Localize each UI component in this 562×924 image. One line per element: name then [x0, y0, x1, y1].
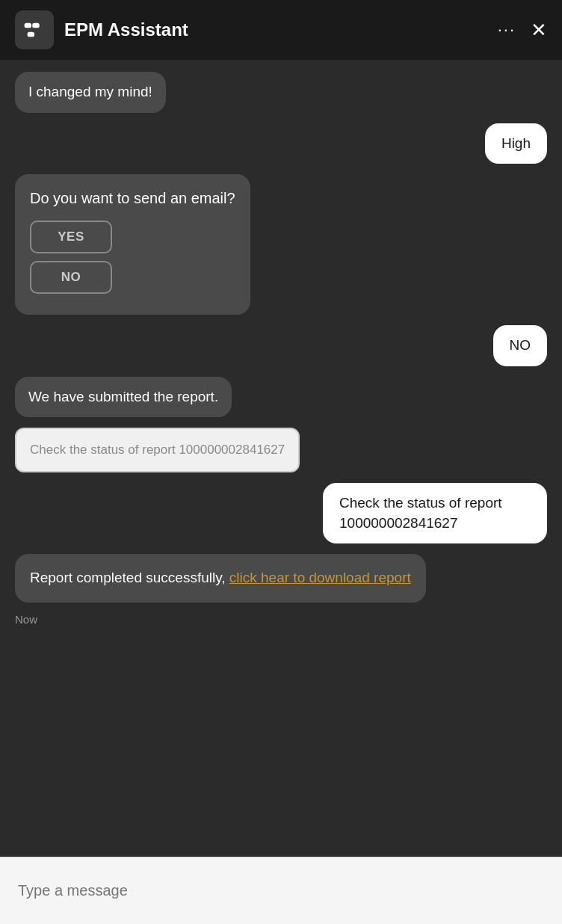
check-status-text: Check the status of report 1000000028416…: [339, 495, 502, 531]
high-text: High: [501, 135, 531, 151]
bubble-changed-mind: I changed my mind!: [15, 72, 166, 113]
message-email-question: Do you want to send an email? YES NO: [15, 174, 547, 315]
chat-area: I changed my mind! High Do you want to s…: [0, 60, 562, 857]
timestamp: Now: [15, 613, 547, 626]
svg-rect-1: [32, 23, 39, 28]
more-options-button[interactable]: ···: [498, 20, 516, 40]
message-submitted: We have submitted the report.: [15, 377, 547, 418]
bubble-no: NO: [493, 325, 548, 366]
message-no: NO: [15, 325, 547, 366]
app-icon: [15, 10, 54, 49]
timestamp-text: Now: [15, 613, 37, 626]
close-button[interactable]: ✕: [531, 19, 547, 42]
no-choice-button[interactable]: NO: [30, 261, 112, 294]
message-changed-mind: I changed my mind!: [15, 72, 547, 113]
download-report-link[interactable]: click hear to download report: [229, 570, 411, 585]
no-text: NO: [510, 337, 531, 353]
report-completed-bubble: Report completed successfully, click hea…: [15, 554, 426, 603]
message-input[interactable]: [18, 882, 544, 899]
chat-header: EPM Assistant ··· ✕: [0, 0, 562, 60]
svg-rect-2: [28, 32, 34, 37]
bottom-input-area: [0, 857, 562, 924]
message-check-bubble: Check the status of report 1000000028416…: [15, 483, 547, 543]
check-status-input[interactable]: Check the status of report 1000000028416…: [15, 428, 300, 472]
header-title: EPM Assistant: [64, 19, 498, 40]
check-status-input-text: Check the status of report 1000000028416…: [30, 443, 285, 457]
report-completed-text-before: Report completed successfully,: [30, 570, 229, 585]
changed-mind-text: I changed my mind!: [28, 84, 152, 99]
message-report-completed: Report completed successfully, click hea…: [15, 554, 547, 603]
bubble-submitted: We have submitted the report.: [15, 377, 232, 418]
yes-button[interactable]: YES: [30, 221, 112, 253]
bubble-high: High: [485, 123, 547, 164]
message-high: High: [15, 123, 547, 164]
message-check-input: Check the status of report 1000000028416…: [15, 428, 547, 472]
email-question-bubble: Do you want to send an email? YES NO: [15, 174, 250, 315]
email-question-text: Do you want to send an email?: [30, 188, 235, 209]
svg-rect-0: [25, 23, 31, 28]
header-actions: ··· ✕: [498, 19, 547, 42]
bubble-check-status: Check the status of report 1000000028416…: [323, 483, 547, 543]
submitted-text: We have submitted the report.: [28, 389, 218, 404]
